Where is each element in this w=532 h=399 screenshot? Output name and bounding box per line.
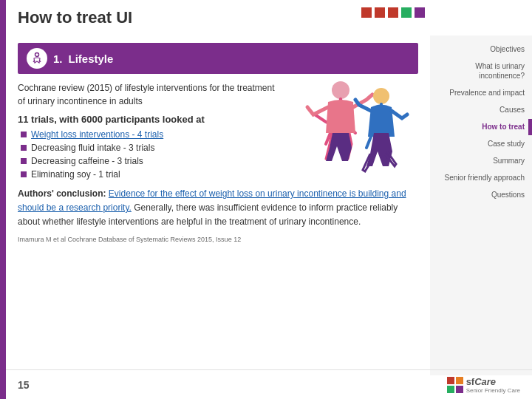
exercise-svg [285, 74, 418, 185]
sidebar-item-causes[interactable]: Causes [434, 102, 528, 117]
lifestyle-icon [27, 48, 47, 69]
authors-prefix: Authors' conclusion: [18, 188, 109, 199]
sidebar-item-what-is[interactable]: What is urinary incontinence? [434, 58, 528, 83]
bullet-square-3 [21, 158, 27, 164]
sidebar-item-how-to-treat[interactable]: How to treat [434, 119, 528, 134]
sidebar-item-prevalence[interactable]: Prevalence and impact [434, 85, 528, 100]
sidebar-item-objectives[interactable]: Objectives [434, 41, 528, 57]
bullet-square-4 [21, 171, 27, 177]
bullet-text-4: Eliminating soy - 1 trial [31, 169, 120, 180]
page-header: How to treat UI [6, 0, 532, 35]
section-number: 1. [53, 52, 63, 65]
exercise-image [285, 74, 418, 185]
bullet-square-1 [21, 132, 27, 137]
bullet-text-2: Decreasing fluid intake - 3 trials [31, 143, 154, 153]
sidebar-item-case-study[interactable]: Case study [434, 136, 528, 151]
svg-point-4 [373, 88, 389, 104]
logo-sq-4 [456, 386, 463, 393]
lifestyle-svg [30, 52, 44, 65]
logo-sq-2 [456, 377, 463, 384]
sidebar-item-summary[interactable]: Summary [434, 153, 528, 168]
logo-text-block: sfCare Senior Friendly Care [466, 376, 520, 394]
section-header: 1. Lifestyle [18, 43, 418, 74]
footer: 15 sfCare Senior Friendly Care [6, 369, 532, 399]
svg-point-0 [35, 53, 39, 57]
logo-area: sfCare Senior Friendly Care [447, 376, 520, 394]
right-sidebar: Objectives What is urinary incontinence?… [430, 35, 532, 375]
page-title: How to treat UI [18, 8, 132, 27]
section-label: Lifestyle [69, 52, 114, 65]
sidebar-item-questions[interactable]: Questions [434, 187, 528, 202]
logo-sq-1 [447, 377, 454, 384]
logo-sq-3 [447, 386, 454, 393]
sidebar-item-senior-friendly[interactable]: Senior friendly approach [434, 170, 528, 185]
weight-loss-link[interactable]: Weight loss interventions - 4 trials [31, 129, 163, 140]
svg-point-3 [332, 81, 349, 99]
page-number: 15 [18, 379, 30, 391]
active-indicator [528, 119, 532, 135]
bullet-text-3: Decreasing caffeine - 3 trials [31, 156, 143, 166]
cochrane-review-text: Cochrane review (2015) of lifestyle inte… [18, 81, 284, 108]
main-content: 1. Lifestyle [6, 35, 430, 369]
bullet-square-2 [21, 145, 27, 151]
left-accent-bar [0, 0, 6, 399]
logo-sf: sfCare [466, 376, 520, 387]
content-body: Cochrane review (2015) of lifestyle inte… [18, 81, 418, 243]
citation: Imamura M et al Cochrane Database of Sys… [18, 236, 418, 243]
logo-squares [447, 377, 463, 393]
authors-conclusion: Authors' conclusion: Evidence for the ef… [18, 187, 417, 230]
logo-subtitle: Senior Friendly Care [466, 387, 520, 394]
